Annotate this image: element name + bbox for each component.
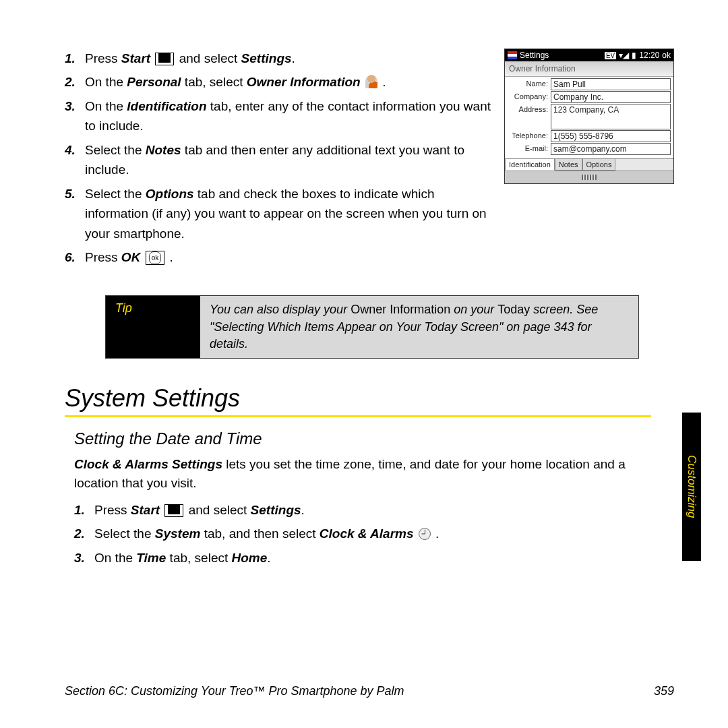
clock-icon xyxy=(419,528,431,540)
shot-header: Owner Information xyxy=(505,61,673,77)
shot-footer xyxy=(505,171,673,183)
start-key-icon xyxy=(155,53,174,65)
footer-left: Section 6C: Customizing Your Treo™ Pro S… xyxy=(65,684,404,698)
start-key-icon xyxy=(164,504,183,517)
shot-titlebar: Settings EV ▾◢ ▮ 12:20 ok xyxy=(505,49,673,61)
keyboard-icon xyxy=(582,175,597,180)
owner-person-icon xyxy=(365,75,377,88)
clock-alarms-paragraph: Clock & Alarms Settings lets you set the… xyxy=(74,455,661,493)
owner-info-steps: 1.Press Start and select Settings.2.On t… xyxy=(65,49,491,267)
start-flag-icon xyxy=(508,51,517,59)
subsection-heading: Setting the Date and Time xyxy=(74,429,674,448)
shot-badge: EV xyxy=(605,52,616,59)
page-footer: Section 6C: Customizing Your Treo™ Pro S… xyxy=(65,684,674,698)
shot-tabs: IdentificationNotesOptions xyxy=(505,158,673,171)
ok-key-icon: ok xyxy=(146,251,165,265)
shot-title: Settings xyxy=(520,51,549,60)
tip-label: Tip xyxy=(106,296,200,358)
signal-icon: ▾◢ xyxy=(619,51,629,60)
owner-info-screenshot: Settings EV ▾◢ ▮ 12:20 ok Owner Informat… xyxy=(504,49,674,184)
page-number: 359 xyxy=(654,684,674,698)
tip-body: You can also display your Owner Informat… xyxy=(200,296,638,358)
tip-box: Tip You can also display your Owner Info… xyxy=(105,295,639,359)
shot-time: 12:20 xyxy=(639,51,659,60)
side-tab-customizing: Customizing xyxy=(682,413,701,561)
section-heading: System Settings xyxy=(65,384,674,413)
shot-ok: ok xyxy=(662,51,671,60)
battery-icon: ▮ xyxy=(632,51,636,60)
date-time-steps: 1.Press Start and select Settings.2.Sele… xyxy=(74,500,661,568)
section-rule xyxy=(65,415,651,417)
